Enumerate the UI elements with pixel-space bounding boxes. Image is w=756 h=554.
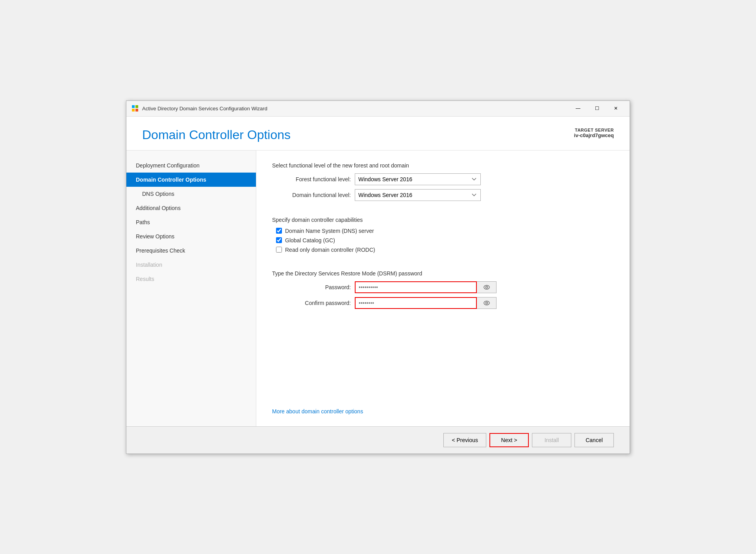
sidebar-item-dns-options[interactable]: DNS Options (126, 187, 256, 201)
confirm-password-input-wrapper (355, 297, 497, 309)
help-link-section: More about domain controller options (272, 400, 614, 415)
forest-level-select[interactable]: Windows Server 2016 Windows Server 2012 … (355, 173, 481, 185)
titlebar-controls: — ☐ ✕ (569, 102, 625, 115)
rodc-row: Read only domain controller (RODC) (272, 247, 614, 253)
confirm-password-row: Confirm password: (272, 297, 614, 309)
forest-level-label: Forest functional level: (272, 176, 351, 182)
maximize-button[interactable]: ☐ (588, 102, 606, 115)
target-server-name: iv-c0ajrd7gwceq (574, 132, 614, 138)
password-eye-button[interactable] (477, 281, 497, 293)
password-row: Password: (272, 281, 614, 293)
close-button[interactable]: ✕ (607, 102, 625, 115)
sidebar-item-additional-options[interactable]: Additional Options (126, 201, 256, 215)
target-server-info: TARGET SERVER iv-c0ajrd7gwceq (574, 128, 614, 138)
titlebar: Active Directory Domain Services Configu… (126, 101, 630, 117)
titlebar-left: Active Directory Domain Services Configu… (131, 104, 267, 112)
domain-level-row: Domain functional level: Windows Server … (272, 189, 614, 201)
rodc-checkbox[interactable] (276, 247, 282, 253)
footer: < Previous Next > Install Cancel (126, 426, 630, 454)
svg-rect-1 (135, 105, 138, 108)
help-link[interactable]: More about domain controller options (272, 408, 363, 415)
svg-rect-3 (135, 109, 138, 112)
global-catalog-row: Global Catalog (GC) (272, 237, 614, 244)
cancel-button[interactable]: Cancel (574, 433, 614, 447)
sidebar-item-prerequisites-check[interactable]: Prerequisites Check (126, 244, 256, 258)
sidebar-item-installation: Installation (126, 258, 256, 272)
minimize-button[interactable]: — (569, 102, 587, 115)
next-button[interactable]: Next > (489, 433, 529, 447)
capabilities-title: Specify domain controller capabilities (272, 217, 614, 223)
svg-point-7 (485, 302, 487, 304)
password-section: Type the Directory Services Restore Mode… (272, 270, 614, 313)
sidebar-item-review-options[interactable]: Review Options (126, 229, 256, 244)
rodc-label[interactable]: Read only domain controller (RODC) (285, 247, 375, 253)
content-area: Deployment Configuration Domain Controll… (126, 151, 630, 426)
global-catalog-label[interactable]: Global Catalog (GC) (285, 237, 335, 244)
sidebar-item-paths[interactable]: Paths (126, 215, 256, 229)
svg-point-5 (485, 286, 487, 288)
page-title: Domain Controller Options (142, 128, 291, 142)
sidebar-item-domain-controller-options[interactable]: Domain Controller Options (126, 173, 256, 187)
previous-button[interactable]: < Previous (443, 433, 486, 447)
dns-server-checkbox[interactable] (276, 228, 282, 234)
capabilities-section: Specify domain controller capabilities D… (272, 217, 614, 256)
confirm-password-eye-button[interactable] (477, 297, 497, 309)
svg-rect-0 (132, 105, 135, 108)
app-icon (131, 104, 139, 112)
main-panel: Select functional level of the new fores… (256, 151, 630, 426)
password-section-title: Type the Directory Services Restore Mode… (272, 270, 614, 277)
dns-server-row: Domain Name System (DNS) server (272, 228, 614, 234)
domain-level-label: Domain functional level: (272, 192, 351, 198)
confirm-password-input[interactable] (355, 297, 477, 309)
forest-level-row: Forest functional level: Windows Server … (272, 173, 614, 185)
confirm-password-label: Confirm password: (272, 300, 351, 306)
svg-point-4 (484, 285, 489, 289)
domain-level-select[interactable]: Windows Server 2016 Windows Server 2012 … (355, 189, 481, 201)
password-input-wrapper (355, 281, 497, 293)
install-button[interactable]: Install (532, 433, 571, 447)
functional-level-section: Select functional level of the new fores… (272, 162, 614, 205)
titlebar-title: Active Directory Domain Services Configu… (142, 106, 267, 112)
password-input[interactable] (355, 281, 477, 293)
svg-point-6 (484, 301, 489, 305)
sidebar-item-deployment-configuration[interactable]: Deployment Configuration (126, 158, 256, 173)
main-window: Active Directory Domain Services Configu… (126, 100, 630, 454)
page-header: Domain Controller Options TARGET SERVER … (126, 117, 630, 151)
global-catalog-checkbox[interactable] (276, 237, 282, 243)
functional-level-title: Select functional level of the new fores… (272, 162, 614, 169)
dns-server-label[interactable]: Domain Name System (DNS) server (285, 228, 374, 234)
sidebar-item-results: Results (126, 272, 256, 286)
svg-rect-2 (132, 109, 135, 112)
sidebar: Deployment Configuration Domain Controll… (126, 151, 256, 426)
target-server-label: TARGET SERVER (574, 128, 614, 132)
password-label: Password: (272, 284, 351, 290)
